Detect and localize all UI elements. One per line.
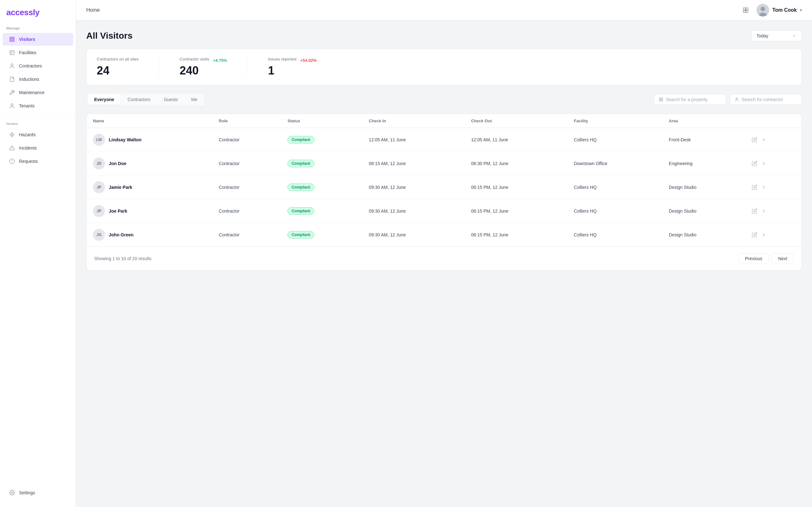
stat-visits-change: +4.75%	[213, 58, 227, 63]
sidebar-item-maintenance[interactable]: Maintenance	[3, 86, 73, 99]
checkin-cell: 09:30 AM, 12 June	[362, 223, 465, 247]
row-chevron-icon[interactable]	[761, 185, 766, 190]
inductions-icon	[9, 76, 15, 82]
tenants-icon	[9, 103, 15, 109]
checkout-cell: 06:15 PM, 12 June	[465, 199, 567, 223]
previous-button[interactable]: Previous	[739, 253, 769, 264]
col-checkout: Check Out	[465, 114, 567, 128]
sidebar-label-visitors: Visitors	[19, 37, 35, 42]
app-header: Home Tom Cook ▾	[76, 0, 812, 20]
col-actions	[745, 114, 802, 128]
col-checkin: Check In	[362, 114, 465, 128]
tab-group: Everyone Contractors Guests Me	[86, 93, 205, 106]
page-header: All Visitors Today	[86, 31, 802, 41]
page-body: All Visitors Today Contractors on all si…	[76, 20, 812, 507]
edit-icon[interactable]	[752, 232, 757, 238]
incidents-icon	[9, 145, 15, 151]
header-actions: Tom Cook ▾	[740, 4, 802, 16]
sidebar-item-settings[interactable]: Settings	[3, 487, 73, 499]
property-search-icon	[659, 97, 663, 102]
stat-visits-value: 240	[180, 64, 227, 77]
status-badge: Compliant	[287, 160, 314, 167]
manage-section-label: Manage	[0, 25, 76, 33]
col-area: Area	[663, 114, 746, 128]
table-row: JG John Green Contractor Compliant 09:30…	[87, 223, 802, 247]
visitors-icon	[9, 36, 15, 43]
tab-guests[interactable]: Guests	[157, 95, 184, 105]
pagination-info: Showing 1 to 10 of 20 results	[94, 256, 152, 261]
search-group	[654, 94, 802, 105]
status-badge: Compliant	[287, 136, 314, 144]
stat-contractors-label: Contractors on all sites	[97, 57, 139, 61]
sidebar-label-maintenance: Maintenance	[19, 90, 44, 95]
row-chevron-icon[interactable]	[761, 137, 766, 142]
svg-rect-24	[661, 100, 663, 101]
checkout-cell: 06:15 PM, 12 June	[465, 176, 567, 199]
maintenance-icon	[9, 89, 15, 96]
tab-contractors[interactable]: Contractors	[121, 95, 157, 105]
sidebar-item-inductions[interactable]: Inductions	[3, 73, 73, 86]
property-search-input[interactable]	[666, 97, 721, 102]
status-cell: Compliant	[281, 223, 362, 247]
person-avatar: JG	[93, 229, 105, 241]
status-badge: Compliant	[287, 183, 314, 191]
sidebar-item-requests[interactable]: Requests	[3, 155, 73, 168]
person-avatar: JP	[93, 181, 105, 193]
main-content: Home Tom Cook ▾	[76, 0, 812, 507]
sidebar-item-facilities[interactable]: Facilities	[3, 46, 73, 59]
edit-icon[interactable]	[752, 161, 757, 166]
sidebar-item-hazards[interactable]: Hazards	[3, 128, 73, 141]
status-cell: Compliant	[281, 199, 362, 223]
next-button[interactable]: Next	[771, 253, 794, 264]
brand-name: accessly	[6, 8, 39, 17]
svg-rect-0	[10, 37, 11, 39]
contractor-search-input[interactable]	[742, 97, 797, 102]
window-icon-button[interactable]	[740, 4, 751, 16]
person-cell: JP Jamie Park	[93, 181, 206, 193]
tab-everyone[interactable]: Everyone	[88, 95, 120, 105]
user-menu[interactable]: Tom Cook ▾	[757, 4, 802, 16]
sidebar-label-incidents: Incidents	[19, 146, 37, 151]
facility-cell: Colliers HQ	[567, 128, 662, 152]
edit-icon[interactable]	[752, 184, 757, 190]
facility-cell: Downtown Office	[567, 152, 662, 176]
stat-visits-label: Contractor visits	[180, 57, 209, 61]
row-chevron-icon[interactable]	[761, 232, 766, 237]
date-filter[interactable]: Today	[751, 31, 802, 41]
tab-me[interactable]: Me	[185, 95, 204, 105]
sidebar-label-tenants: Tenants	[19, 103, 35, 108]
row-chevron-icon[interactable]	[761, 209, 766, 214]
row-chevron-icon[interactable]	[761, 161, 766, 166]
sidebar-item-visitors[interactable]: Visitors	[3, 33, 73, 46]
avatar	[757, 4, 769, 16]
sidebar-item-contractors[interactable]: Contractors	[3, 60, 73, 72]
svg-rect-3	[13, 40, 14, 42]
contractors-icon	[9, 63, 15, 69]
edit-icon[interactable]	[752, 208, 757, 214]
breadcrumb: Home	[86, 7, 100, 13]
stat-issues-value: 1	[268, 64, 316, 77]
row-actions	[752, 208, 795, 214]
area-cell: Design Studio	[663, 176, 746, 199]
date-filter-value: Today	[757, 33, 768, 38]
row-actions	[752, 232, 795, 238]
header-nav: Home	[86, 7, 100, 13]
sidebar-item-tenants[interactable]: Tenants	[3, 100, 73, 112]
edit-icon[interactable]	[752, 137, 757, 143]
status-cell: Compliant	[281, 152, 362, 176]
facility-cell: Colliers HQ	[567, 223, 662, 247]
stat-visits: Contractor visits +4.75% 240	[180, 57, 227, 77]
hazards-icon	[9, 131, 15, 138]
stat-issues-change: +54.02%	[300, 58, 317, 63]
svg-point-6	[11, 104, 13, 106]
sidebar-item-incidents[interactable]: Incidents	[3, 142, 73, 154]
chevron-down-icon: ▾	[800, 8, 802, 12]
area-cell: Front-Desk	[663, 128, 746, 152]
status-badge: Compliant	[287, 231, 314, 239]
svg-rect-22	[661, 98, 663, 99]
svg-marker-7	[10, 132, 14, 137]
col-role: Role	[212, 114, 281, 128]
checkin-cell: 12:05 AM, 11 June	[362, 128, 465, 152]
col-name: Name	[87, 114, 212, 128]
svg-point-5	[11, 64, 13, 66]
